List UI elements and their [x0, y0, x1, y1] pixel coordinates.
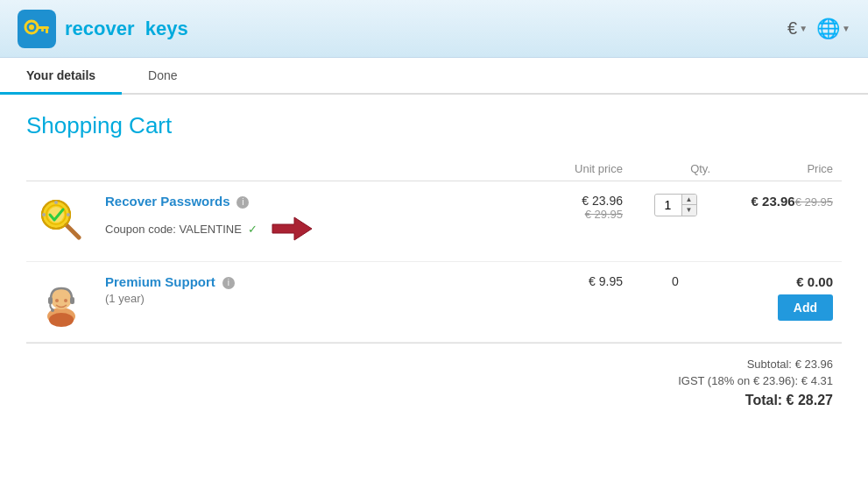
- arrow-annotation: [268, 216, 312, 244]
- subtotal-label: Subtotal:: [747, 358, 792, 371]
- support-info-icon[interactable]: i: [222, 277, 235, 289]
- support-qty-cell: 0: [632, 262, 719, 343]
- support-person-icon: [35, 274, 88, 327]
- logo-icon: [18, 10, 56, 48]
- qty-up-button[interactable]: ▲: [682, 195, 696, 205]
- totals-section: Subtotal: € 23.96 IGST (18% on € 23.96):…: [26, 343, 842, 417]
- qty-down-button[interactable]: ▼: [682, 205, 696, 216]
- arrow-icon: [268, 216, 312, 242]
- currency-dropdown-arrow: ▼: [799, 24, 808, 33]
- support-unit-price-cell: € 9.95: [526, 262, 632, 343]
- total-label: Total:: [745, 393, 782, 407]
- main-content: Shopping Cart Unit price Qty. Price: [0, 95, 868, 435]
- tab-your-details[interactable]: Your details: [0, 58, 122, 93]
- product-details-cell: Recover Passwords i Coupon code: VALENTI…: [96, 181, 526, 262]
- unit-price-original: € 29.95: [535, 208, 623, 221]
- support-subtitle: (1 year): [105, 292, 518, 305]
- svg-rect-3: [37, 26, 49, 29]
- support-qty-value: 0: [672, 274, 679, 288]
- unit-price-cell: € 23.96 € 29.95: [526, 181, 632, 262]
- svg-point-2: [29, 25, 34, 30]
- igst-label: IGST (18% on € 23.96):: [678, 374, 798, 387]
- col-qty: Qty.: [632, 157, 719, 181]
- subtotal-value: € 23.96: [795, 358, 833, 371]
- magnifier-icon: [35, 194, 88, 246]
- svg-point-20: [64, 299, 67, 302]
- svg-point-19: [55, 299, 59, 302]
- svg-rect-4: [46, 29, 48, 33]
- price-cell: € 23.96€ 29.95: [719, 181, 842, 262]
- language-button[interactable]: 🌐 ▼: [816, 18, 850, 40]
- logo-text-colored: keys: [145, 18, 188, 39]
- support-unit-price: € 9.95: [589, 274, 623, 288]
- col-unit-price: Unit price: [526, 157, 632, 181]
- igst-value: € 4.31: [801, 374, 833, 387]
- logo-text: recover keys: [65, 18, 188, 40]
- svg-point-10: [42, 213, 46, 216]
- total-row: Total: € 28.27: [35, 393, 833, 408]
- page-title: Shopping Cart: [26, 112, 842, 139]
- svg-rect-5: [41, 29, 44, 32]
- svg-point-18: [51, 308, 54, 312]
- coupon-check-icon: ✓: [248, 223, 258, 236]
- col-price: Price: [719, 157, 842, 181]
- product-info-icon[interactable]: i: [236, 196, 249, 209]
- product-name: Recover Passwords: [105, 194, 230, 209]
- qty-spinner[interactable]: ▲ ▼: [654, 194, 697, 216]
- support-price-cell: € 0.00 Add: [719, 262, 842, 343]
- tab-done[interactable]: Done: [122, 58, 203, 93]
- col-product: [26, 157, 526, 181]
- lang-globe-icon: 🌐: [816, 18, 840, 40]
- igst-row: IGST (18% on € 23.96): € 4.31: [35, 374, 833, 387]
- coupon-text: Coupon code: VALENTINE ✓: [105, 216, 518, 244]
- cart-table: Unit price Qty. Price: [26, 157, 842, 343]
- header: recover keys € ▼ 🌐 ▼: [0, 0, 868, 58]
- svg-point-11: [67, 213, 70, 216]
- total-value: € 28.27: [787, 393, 833, 407]
- product-icon-cell: [26, 181, 96, 262]
- currency-button[interactable]: € ▼: [787, 18, 808, 39]
- price-original: € 29.95: [795, 195, 833, 209]
- qty-input[interactable]: [655, 195, 681, 215]
- svg-marker-13: [272, 217, 312, 240]
- header-right: € ▼ 🌐 ▼: [787, 18, 850, 40]
- support-details-cell: Premium Support i (1 year): [96, 262, 526, 343]
- tabs: Your details Done: [0, 58, 868, 95]
- price-value: € 23.96: [752, 194, 795, 209]
- support-price-value: € 0.00: [728, 274, 833, 289]
- svg-point-12: [54, 201, 58, 204]
- svg-rect-17: [70, 297, 74, 304]
- table-row: Recover Passwords i Coupon code: VALENTI…: [26, 181, 842, 262]
- qty-cell: ▲ ▼: [632, 181, 719, 262]
- support-product-name: Premium Support: [105, 274, 215, 289]
- add-support-button[interactable]: Add: [778, 294, 833, 321]
- qty-arrows: ▲ ▼: [681, 195, 696, 216]
- currency-symbol: €: [787, 18, 797, 39]
- logo: recover keys: [18, 10, 188, 48]
- support-icon-cell: [26, 262, 96, 343]
- svg-point-21: [49, 313, 74, 327]
- unit-price-current: € 23.96: [535, 194, 623, 208]
- subtotal-row: Subtotal: € 23.96: [35, 358, 833, 371]
- table-row: Premium Support i (1 year) € 9.95 0 € 0.…: [26, 262, 842, 343]
- logo-text-normal: recover: [65, 18, 135, 39]
- lang-dropdown-arrow: ▼: [842, 24, 850, 33]
